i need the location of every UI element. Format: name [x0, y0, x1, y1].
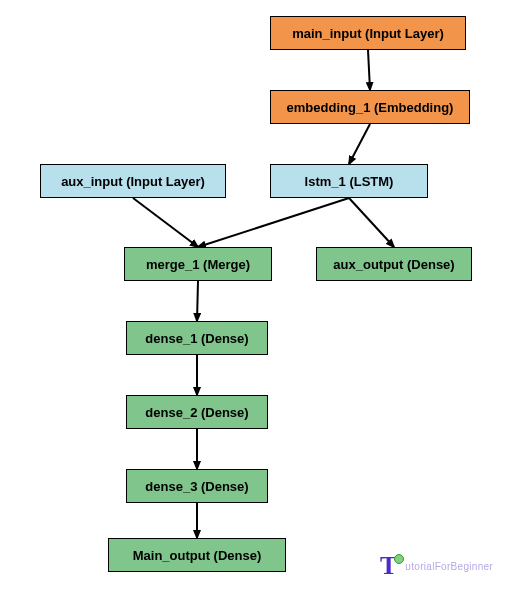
node-label: aux_input (Input Layer): [61, 174, 205, 189]
edge-arrow: [349, 198, 394, 247]
node-label: Main_output (Dense): [133, 548, 262, 563]
node-label: dense_1 (Dense): [145, 331, 248, 346]
watermark-logo: T utorialForBeginner: [380, 551, 493, 581]
node-dense-2: dense_2 (Dense): [126, 395, 268, 429]
node-label: merge_1 (Merge): [146, 257, 250, 272]
node-label: main_input (Input Layer): [292, 26, 444, 41]
node-lstm-1: lstm_1 (LSTM): [270, 164, 428, 198]
node-label: lstm_1 (LSTM): [305, 174, 394, 189]
node-label: embedding_1 (Embedding): [287, 100, 454, 115]
node-main-input: main_input (Input Layer): [270, 16, 466, 50]
edge-arrow: [349, 124, 370, 164]
node-main-output: Main_output (Dense): [108, 538, 286, 572]
node-aux-output: aux_output (Dense): [316, 247, 472, 281]
edge-arrow: [197, 281, 198, 321]
node-dense-3: dense_3 (Dense): [126, 469, 268, 503]
node-embedding-1: embedding_1 (Embedding): [270, 90, 470, 124]
watermark-dot-icon: [394, 554, 404, 564]
edge-arrow: [133, 198, 198, 247]
watermark-text: utorialForBeginner: [405, 561, 493, 572]
edge-arrow: [368, 50, 370, 90]
node-dense-1: dense_1 (Dense): [126, 321, 268, 355]
node-label: aux_output (Dense): [333, 257, 454, 272]
node-label: dense_3 (Dense): [145, 479, 248, 494]
node-label: dense_2 (Dense): [145, 405, 248, 420]
edge-arrow: [198, 198, 349, 247]
node-merge-1: merge_1 (Merge): [124, 247, 272, 281]
node-aux-input: aux_input (Input Layer): [40, 164, 226, 198]
